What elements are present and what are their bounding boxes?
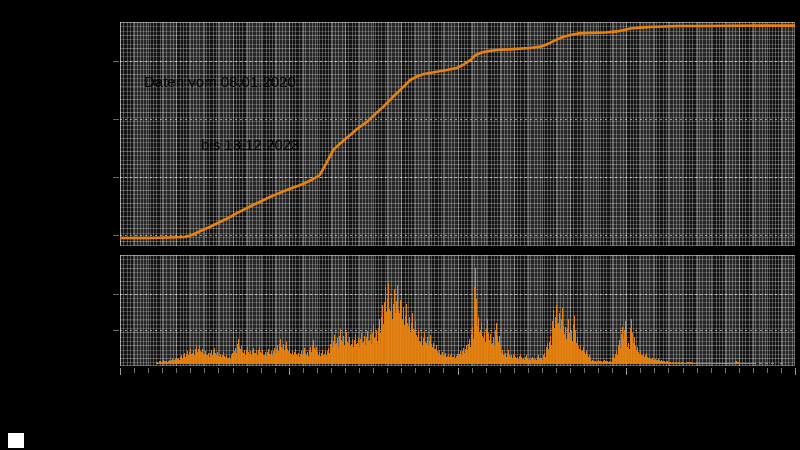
x-axis-tick xyxy=(514,368,515,373)
x-axis-tick xyxy=(542,368,543,373)
x-axis-tick xyxy=(528,368,529,373)
x-axis-tick xyxy=(472,368,473,373)
x-axis-tick xyxy=(247,368,248,373)
x-axis-tick xyxy=(795,368,796,375)
x-axis-tick xyxy=(415,368,416,373)
x-axis-tick xyxy=(289,368,290,375)
x-axis-tick xyxy=(331,368,332,373)
x-axis-tick xyxy=(345,368,346,373)
x-axis-tick xyxy=(218,368,219,373)
x-axis-tick xyxy=(134,368,135,373)
x-axis-tick xyxy=(373,368,374,373)
x-axis-tick xyxy=(725,368,726,373)
x-axis-tick xyxy=(317,368,318,373)
x-axis-tick xyxy=(668,368,669,373)
x-axis-tick xyxy=(767,368,768,373)
x-axis-tick xyxy=(654,368,655,373)
x-axis-tick xyxy=(458,368,459,375)
y-axis-tick xyxy=(113,119,119,120)
white-square-artifact xyxy=(8,433,24,448)
x-axis-tick xyxy=(429,368,430,373)
x-axis-tick xyxy=(753,368,754,373)
daily-bars-chart xyxy=(120,255,795,366)
x-axis-tick xyxy=(683,368,684,373)
x-axis-tick xyxy=(739,368,740,373)
y-axis-tick xyxy=(113,235,119,236)
x-axis-tick xyxy=(303,368,304,373)
y-axis-tick xyxy=(113,177,119,178)
x-axis-tick xyxy=(261,368,262,373)
x-axis-tick xyxy=(584,368,585,373)
x-axis-tick xyxy=(443,368,444,373)
x-axis-tick xyxy=(486,368,487,373)
date-range-annotation: Daten vom 08.01.2020 bis 13.12.2023 xyxy=(144,29,299,176)
x-axis-tick xyxy=(120,368,121,375)
x-axis-tick xyxy=(275,368,276,373)
x-axis-tick xyxy=(626,368,627,375)
date-range-line1: Daten vom 08.01.2020 xyxy=(144,71,299,92)
y-axis-tick xyxy=(113,294,119,295)
x-axis-tick xyxy=(176,368,177,373)
x-axis-tick xyxy=(148,368,149,373)
x-axis-tick xyxy=(387,368,388,373)
date-range-line2: bis 13.12.2023 xyxy=(144,134,299,155)
x-axis-tick xyxy=(781,368,782,373)
x-axis-tick xyxy=(204,368,205,373)
x-axis-tick xyxy=(500,368,501,373)
x-axis-tick xyxy=(162,368,163,373)
x-axis-tick xyxy=(233,368,234,373)
x-axis-tick xyxy=(190,368,191,373)
x-axis-tick xyxy=(612,368,613,373)
x-axis-tick xyxy=(711,368,712,373)
x-axis-tick xyxy=(598,368,599,373)
x-axis-tick xyxy=(640,368,641,373)
x-axis-tick xyxy=(570,368,571,373)
x-axis-tick xyxy=(359,368,360,373)
x-axis-tick xyxy=(697,368,698,373)
x-axis-tick xyxy=(556,368,557,373)
daily-bars-panel xyxy=(120,255,795,366)
y-axis-tick xyxy=(113,330,119,331)
y-axis-tick xyxy=(113,61,119,62)
chart-screenshot: { "annotation": { "line1": "Daten vom 08… xyxy=(0,0,800,450)
x-axis-tick xyxy=(401,368,402,373)
